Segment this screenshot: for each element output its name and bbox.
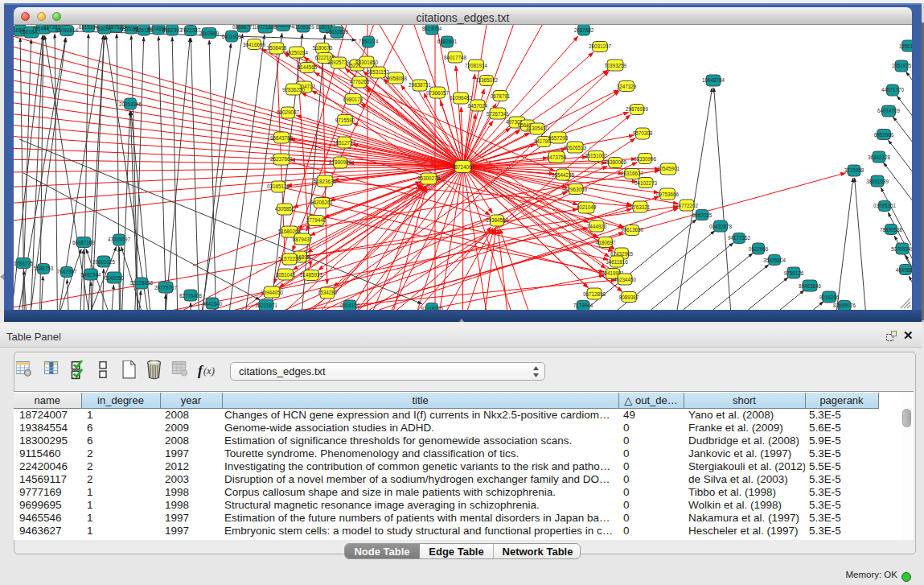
- svg-text:28031207: 28031207: [589, 43, 612, 49]
- svg-text:92119275: 92119275: [421, 306, 443, 310]
- svg-text:29838731: 29838731: [409, 82, 432, 88]
- svg-text:7357274: 7357274: [359, 39, 379, 44]
- svg-text:72081914: 72081914: [465, 63, 488, 68]
- svg-text:73365012: 73365012: [475, 77, 499, 83]
- svg-text:5180678: 5180678: [313, 45, 333, 51]
- svg-text:09958088: 09958088: [384, 76, 408, 81]
- svg-text:18512737: 18512737: [333, 140, 356, 146]
- svg-text:9570308: 9570308: [633, 130, 653, 136]
- svg-text:83699076: 83699076: [833, 303, 856, 308]
- svg-text:95843788: 95843788: [270, 135, 294, 141]
- svg-text:6980174: 6980174: [343, 97, 363, 102]
- svg-text:3508498: 3508498: [267, 45, 287, 51]
- svg-text:44071770: 44071770: [881, 87, 905, 93]
- svg-text:45092614: 45092614: [55, 27, 79, 33]
- svg-text:9715590: 9715590: [335, 117, 355, 123]
- svg-text:57267341: 57267341: [487, 111, 510, 117]
- svg-text:02626513: 02626513: [564, 145, 587, 150]
- svg-text:36942128: 36942128: [868, 154, 891, 160]
- svg-text:0240050: 0240050: [105, 275, 125, 281]
- svg-text:20053346: 20053346: [119, 101, 142, 107]
- svg-text:55228658: 55228658: [130, 280, 154, 286]
- svg-text:61096482: 61096482: [450, 95, 473, 101]
- svg-text:4180697: 4180697: [596, 240, 616, 245]
- svg-text:10545901: 10545901: [657, 166, 680, 171]
- svg-text:70393259: 70393259: [604, 63, 627, 68]
- svg-text:51572230: 51572230: [278, 256, 302, 262]
- svg-text:83301850: 83301850: [355, 60, 379, 65]
- svg-text:4649887: 4649887: [896, 267, 912, 273]
- svg-text:3215958: 3215958: [844, 167, 864, 173]
- svg-text:96712898: 96712898: [583, 291, 606, 297]
- svg-text:90613630: 90613630: [621, 227, 644, 233]
- svg-text:78890538: 78890538: [880, 227, 903, 233]
- svg-text:49250284: 49250284: [285, 50, 309, 56]
- svg-text:1951975: 1951975: [892, 63, 912, 68]
- svg-text:7444920: 7444920: [587, 224, 607, 229]
- svg-text:51823631: 51823631: [314, 179, 337, 184]
- svg-text:1051045: 1051045: [276, 272, 296, 278]
- svg-text:15300273: 15300273: [417, 175, 441, 181]
- svg-text:20775767: 20775767: [154, 285, 178, 290]
- svg-text:34611816: 34611816: [606, 259, 628, 265]
- svg-text:8046006: 8046006: [273, 25, 294, 28]
- svg-text:5492344: 5492344: [81, 272, 101, 278]
- svg-text:52963059: 52963059: [565, 187, 588, 192]
- svg-text:0678791: 0678791: [491, 93, 511, 99]
- svg-text:4441540: 4441540: [203, 301, 223, 307]
- svg-text:14206261: 14206261: [310, 200, 334, 205]
- svg-text:6457024: 6457024: [468, 103, 488, 109]
- svg-text:10648784: 10648784: [702, 77, 725, 83]
- svg-text:94177262: 94177262: [728, 235, 751, 241]
- svg-text:07366057: 07366057: [426, 90, 450, 96]
- svg-text:03165128: 03165128: [267, 183, 290, 189]
- svg-text:92836250: 92836250: [282, 87, 306, 93]
- svg-text:10944050: 10944050: [261, 290, 284, 295]
- svg-text:28316637: 28316637: [621, 171, 644, 176]
- svg-text:8813054: 8813054: [422, 26, 442, 31]
- svg-text:09753666: 09753666: [656, 192, 680, 197]
- svg-text:6952666: 6952666: [874, 132, 894, 138]
- svg-text:7047907: 7047907: [57, 269, 77, 274]
- svg-text:47005097: 47005097: [108, 237, 131, 242]
- svg-text:6401901: 6401901: [222, 34, 242, 39]
- svg-text:29876939: 29876939: [626, 106, 649, 112]
- svg-text:16033809: 16033809: [326, 29, 349, 35]
- svg-text:94772202: 94772202: [676, 203, 699, 208]
- svg-text:20801025: 20801025: [92, 259, 116, 265]
- svg-text:2087682: 2087682: [574, 27, 594, 33]
- svg-text:8982393: 8982393: [162, 27, 183, 33]
- svg-text:8089387: 8089387: [619, 295, 639, 300]
- svg-text:7822387: 7822387: [181, 27, 201, 33]
- svg-text:60029087: 60029087: [277, 109, 300, 115]
- svg-text:04102273: 04102273: [634, 180, 658, 186]
- svg-text:18724007: 18724007: [452, 164, 475, 170]
- svg-text:5188753: 5188753: [34, 266, 54, 271]
- svg-text:51485923: 51485923: [300, 272, 323, 278]
- svg-text:9016296: 9016296: [819, 295, 840, 300]
- svg-text:35151067: 35151067: [585, 153, 608, 159]
- svg-text:31305430: 31305430: [526, 126, 549, 131]
- svg-text:68531153: 68531153: [367, 69, 389, 75]
- svg-text:6657293: 6657293: [548, 135, 569, 141]
- svg-text:08330996: 08330996: [634, 156, 657, 162]
- svg-text:82776408: 82776408: [179, 293, 203, 299]
- svg-text:95544235: 95544235: [552, 172, 575, 178]
- svg-text:36221871: 36221871: [255, 303, 278, 308]
- svg-text:64014709: 64014709: [877, 108, 901, 113]
- svg-text:35905804: 35905804: [763, 257, 786, 263]
- svg-text:41109329: 41109329: [292, 25, 314, 30]
- svg-text:03095361: 03095361: [873, 203, 897, 208]
- svg-text:6462025: 6462025: [692, 212, 713, 218]
- svg-text:6982801: 6982801: [437, 39, 458, 44]
- svg-text:1556127: 1556127: [899, 43, 912, 49]
- svg-text:8879437: 8879437: [293, 237, 313, 242]
- svg-text:4305852: 4305852: [275, 206, 295, 212]
- svg-text:4021049: 4021049: [577, 204, 597, 210]
- svg-text:9758126: 9758126: [784, 270, 804, 276]
- svg-text:8763321: 8763321: [630, 204, 651, 210]
- svg-text:86380008: 86380008: [604, 159, 627, 165]
- svg-text:0922666: 0922666: [749, 246, 769, 252]
- svg-text:4473759: 4473759: [547, 154, 567, 160]
- svg-text:2779440: 2779440: [306, 217, 326, 223]
